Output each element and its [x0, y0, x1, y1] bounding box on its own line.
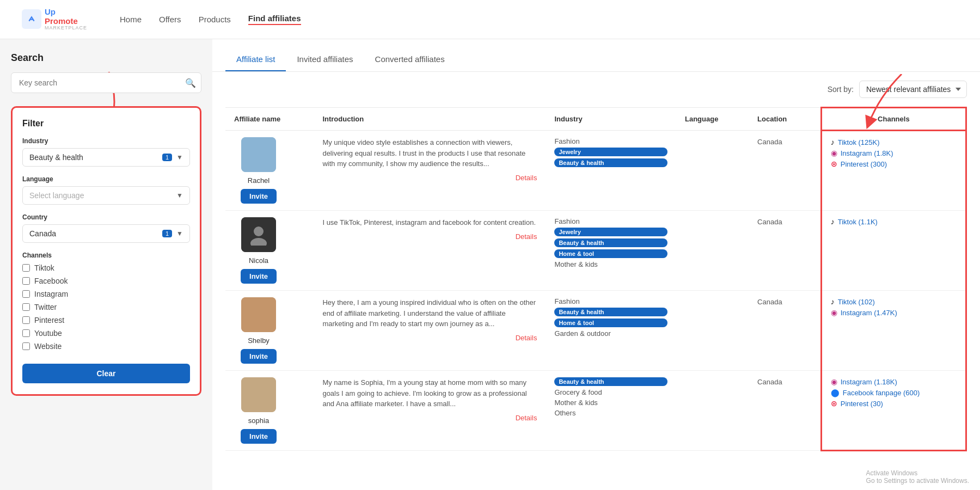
channel-link-facebook[interactable]: Facebook fanpage (600): [843, 389, 920, 397]
channels-cell: ◉ Instagram (1.18K) ⬤ Facebook fanpage (…: [821, 371, 966, 451]
affiliate-cell: Rachel Invite: [234, 137, 283, 204]
clear-button[interactable]: Clear: [22, 364, 190, 383]
main-nav: Home Offers Products Find affiliates: [120, 14, 301, 25]
sort-select[interactable]: Newest relevant affiliates: [859, 81, 967, 98]
header: Up Promote MARKETPLACE Home Offers Produ…: [0, 0, 980, 39]
location-text: Canada: [757, 298, 782, 306]
channel-link-pinterest[interactable]: Pinterest (300): [841, 160, 887, 168]
details-link[interactable]: Details: [322, 174, 537, 182]
channel-instagram-checkbox[interactable]: [22, 290, 30, 298]
filter-country: Country Canada 1 ▼: [22, 213, 190, 243]
industry-select[interactable]: Beauty & health 1 ▼: [22, 148, 190, 167]
details-link[interactable]: Details: [322, 414, 537, 422]
table-row: Rachel Invite My unique video style esta…: [225, 131, 966, 211]
affiliate-name: Rachel: [248, 176, 270, 185]
channels-cell: ♪ Tiktok (102) ◉ Instagram (1.47K): [821, 291, 966, 371]
channel-row: ◉ Instagram (1.8K): [831, 149, 957, 157]
channel-link-tiktok[interactable]: Tiktok (125K): [838, 138, 880, 146]
channel-link-pinterest[interactable]: Pinterest (30): [841, 400, 883, 408]
channel-youtube-label: Youtube: [34, 329, 62, 338]
channel-row: ⬤ Facebook fanpage (600): [831, 388, 957, 397]
channel-website-checkbox[interactable]: [22, 342, 30, 350]
table-area: Sort by: Newest relevant affiliates Affi…: [212, 72, 980, 460]
nav-home[interactable]: Home: [120, 15, 142, 24]
affiliate-table: Affiliate name Introduction Industry Lan…: [225, 107, 967, 451]
search-box: 🔍: [11, 72, 201, 93]
filter-channels: Channels Tiktok Facebook Instagram: [22, 252, 190, 351]
logo-text: Up Promote MARKETPLACE: [45, 8, 87, 31]
channel-row: ♪ Tiktok (125K): [831, 138, 957, 146]
channel-website[interactable]: Website: [22, 342, 190, 351]
invite-button[interactable]: Invite: [241, 429, 277, 444]
details-link[interactable]: Details: [322, 334, 537, 342]
industry-extra: Garden & outdoor: [554, 329, 667, 338]
affiliate-name: Nicola: [249, 256, 268, 265]
location-text: Canada: [757, 138, 782, 146]
th-language: Language: [676, 108, 749, 131]
affiliate-name-cell: Nicola Invite: [225, 211, 314, 291]
tab-invited[interactable]: Invited affiliates: [286, 48, 364, 71]
affiliate-name: Shelby: [248, 336, 270, 345]
intro-text: I use TikTok, Pinterest, instagram and f…: [322, 218, 536, 226]
affiliate-name-cell: Shelby Invite: [225, 291, 314, 371]
channel-pinterest[interactable]: Pinterest: [22, 316, 190, 324]
industry-value: Beauty & health: [29, 153, 83, 162]
channel-facebook-checkbox[interactable]: [22, 277, 30, 285]
language-placeholder: Select language: [29, 191, 84, 200]
language-cell: [676, 211, 749, 291]
filter-title: Filter: [22, 119, 190, 128]
channel-tiktok[interactable]: Tiktok: [22, 264, 190, 272]
channel-twitter-checkbox[interactable]: [22, 303, 30, 311]
country-chevron-icon: ▼: [176, 230, 183, 237]
affiliate-avatar: [241, 377, 276, 412]
channel-pinterest-checkbox[interactable]: [22, 316, 30, 324]
location-text: Canada: [757, 218, 782, 226]
location-text: Canada: [757, 378, 782, 386]
search-input[interactable]: [11, 72, 201, 93]
main-content: Affiliate list Invited affiliates Conver…: [212, 39, 980, 490]
channel-twitter[interactable]: Twitter: [22, 303, 190, 311]
svg-point-1: [254, 226, 264, 236]
sidebar: Search 🔍 Filter Industry Beauty & health…: [0, 39, 212, 490]
country-select[interactable]: Canada 1 ▼: [22, 224, 190, 243]
channel-tiktok-checkbox[interactable]: [22, 264, 30, 272]
channel-instagram[interactable]: Instagram: [22, 290, 190, 298]
location-cell: Canada: [749, 131, 821, 211]
invite-button[interactable]: Invite: [241, 269, 277, 284]
channel-row: ◉ Instagram (1.18K): [831, 377, 957, 386]
channel-link-instagram[interactable]: Instagram (1.8K): [841, 149, 893, 157]
channel-link-tiktok[interactable]: Tiktok (102): [838, 298, 875, 306]
instagram-icon: ◉: [831, 377, 837, 386]
filter-box: Filter Industry Beauty & health 1 ▼ Lang…: [11, 106, 201, 396]
nav-offers[interactable]: Offers: [159, 15, 181, 24]
tabs-bar: Affiliate list Invited affiliates Conver…: [212, 39, 980, 72]
industry-badge: Beauty & health: [554, 308, 667, 316]
nav-products[interactable]: Products: [199, 15, 231, 24]
industry-badge: Beauty & health: [554, 158, 667, 167]
channel-row: ⊛ Pinterest (300): [831, 160, 957, 168]
facebook-icon: ⬤: [831, 388, 840, 397]
intro-cell: I use TikTok, Pinterest, instagram and f…: [314, 211, 546, 291]
channel-youtube-checkbox[interactable]: [22, 329, 30, 337]
channel-link-instagram[interactable]: Instagram (1.47K): [841, 309, 897, 317]
table-container: Affiliate name Introduction Industry Lan…: [225, 107, 967, 451]
invite-button[interactable]: Invite: [241, 189, 277, 204]
channel-link-instagram[interactable]: Instagram (1.18K): [841, 378, 897, 386]
details-link[interactable]: Details: [322, 232, 537, 241]
sort-label: Sort by:: [828, 85, 854, 94]
filter-country-label: Country: [22, 213, 190, 221]
channel-instagram-label: Instagram: [34, 290, 68, 298]
channel-tiktok-label: Tiktok: [34, 264, 54, 272]
invite-button[interactable]: Invite: [241, 349, 277, 364]
tiktok-icon: ♪: [831, 138, 835, 146]
affiliate-cell: Shelby Invite: [234, 297, 283, 364]
tab-affiliate-list[interactable]: Affiliate list: [225, 48, 286, 71]
language-select[interactable]: Select language ▼: [22, 186, 190, 205]
nav-find-affiliates[interactable]: Find affiliates: [248, 14, 301, 25]
channel-facebook[interactable]: Facebook: [22, 277, 190, 285]
th-channels: Channels: [821, 108, 966, 131]
table-row: sophia Invite My name is Sophia, I'm a y…: [225, 371, 966, 451]
channel-link-tiktok[interactable]: Tiktok (1.1K): [838, 218, 878, 226]
channel-youtube[interactable]: Youtube: [22, 329, 190, 338]
tab-converted[interactable]: Converted affiliates: [364, 48, 456, 71]
